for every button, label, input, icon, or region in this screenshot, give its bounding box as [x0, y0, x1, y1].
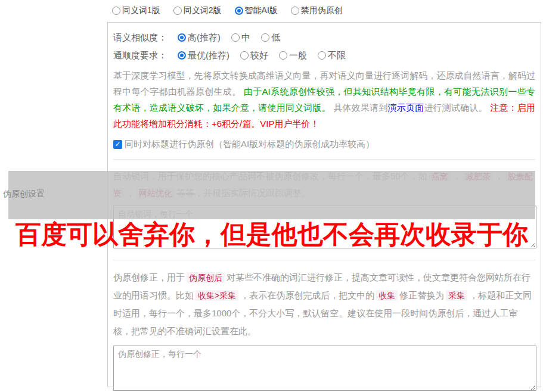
radio-label: 高(推荐): [188, 32, 221, 43]
section-divider: [113, 159, 535, 160]
radio-checked-icon[interactable]: [235, 7, 243, 15]
radio-similarity-low[interactable]: 低: [261, 32, 280, 43]
radio-label: 同义词1版: [122, 5, 160, 16]
radio-label: 一般: [289, 50, 307, 61]
correction-text: ，表示在伪原创完成后，把文中的: [240, 290, 374, 300]
desc-confirm-text: 进行测试确认。: [424, 102, 490, 113]
rewrite-title-label: 同时对标题进行伪原创（智能AI版对标题的伪原创成功率较高）: [125, 139, 374, 150]
rewrite-mode-selector: 同义词1版 同义词2版 智能AI版 禁用伪原创: [112, 5, 343, 16]
radio-synonym-v2[interactable]: 同义词2版: [173, 5, 222, 16]
radio-label: 低: [271, 32, 280, 43]
radio-icon[interactable]: [231, 33, 240, 42]
radio-fluency-any[interactable]: 不限: [318, 50, 346, 61]
radio-checked-icon[interactable]: [178, 51, 186, 60]
radio-fluency-good[interactable]: 较好: [240, 50, 268, 61]
radio-icon[interactable]: [173, 7, 182, 15]
correction-text: 修正替换为: [399, 290, 444, 300]
semantic-similarity-row: 语义相似度： 高(推荐) 中 低: [113, 29, 535, 46]
fluency-row: 通顺度要求： 最优(推荐) 较好 一般 不限: [113, 46, 535, 64]
correction-example-tag: 伪原创后: [187, 272, 225, 283]
correction-description: 伪原创修正，用于伪原创后对某些不准确的词汇进行修正，提高文章可读性，使文章更符合…: [113, 269, 535, 340]
radio-icon[interactable]: [261, 33, 269, 42]
gray-overlay-band: [8, 171, 535, 219]
radio-label: 智能AI版: [245, 5, 278, 16]
radio-label: 禁用伪原创: [301, 5, 343, 16]
demo-page-link[interactable]: 演示页面: [388, 102, 424, 113]
form-row-label-rewrite-settings: 伪原创设置: [3, 189, 45, 200]
radio-label: 较好: [250, 50, 268, 61]
radio-fluency-best[interactable]: 最优(推荐): [178, 50, 229, 61]
radio-disable-rewrite[interactable]: 禁用伪原创: [291, 5, 343, 16]
radio-label: 中: [241, 32, 250, 43]
radio-label: 不限: [328, 50, 346, 61]
correction-textarea[interactable]: [113, 346, 536, 391]
checkbox-checked-icon[interactable]: ✓: [113, 140, 122, 149]
semantic-similarity-label: 语义相似度：: [113, 32, 167, 43]
radio-icon[interactable]: [279, 51, 287, 60]
radio-similarity-mid[interactable]: 中: [231, 32, 250, 43]
correction-example-tag: 收集>采集: [196, 290, 238, 301]
radio-icon[interactable]: [240, 51, 249, 60]
correction-text: 伪原创修正，用于: [113, 272, 185, 282]
radio-icon[interactable]: [291, 7, 299, 15]
radio-smart-ai[interactable]: 智能AI版: [235, 5, 278, 16]
desc-effect-text: 具体效果请到: [333, 102, 387, 113]
radio-similarity-high[interactable]: 高(推荐): [178, 32, 221, 43]
correction-example-tag: 采集: [446, 290, 467, 301]
radio-synonym-v1[interactable]: 同义词1版: [112, 5, 160, 16]
correction-example-tag: 收集: [376, 290, 398, 301]
radio-fluency-normal[interactable]: 一般: [279, 50, 307, 61]
fluency-label: 通顺度要求：: [113, 50, 167, 61]
section-divider: [113, 260, 535, 260]
radio-icon[interactable]: [318, 51, 326, 60]
rewrite-title-option: ✓ 同时对标题进行伪原创（智能AI版对标题的伪原创成功率较高）: [113, 139, 535, 150]
radio-icon[interactable]: [112, 7, 120, 15]
ai-mode-description: 基于深度学习模型，先将原文转换成高维语义向量，再对语义向量进行逐词解码，还原成自…: [113, 67, 535, 132]
radio-label: 同义词2版: [184, 5, 222, 16]
radio-checked-icon[interactable]: [178, 33, 186, 42]
radio-label: 最优(推荐): [188, 50, 229, 61]
